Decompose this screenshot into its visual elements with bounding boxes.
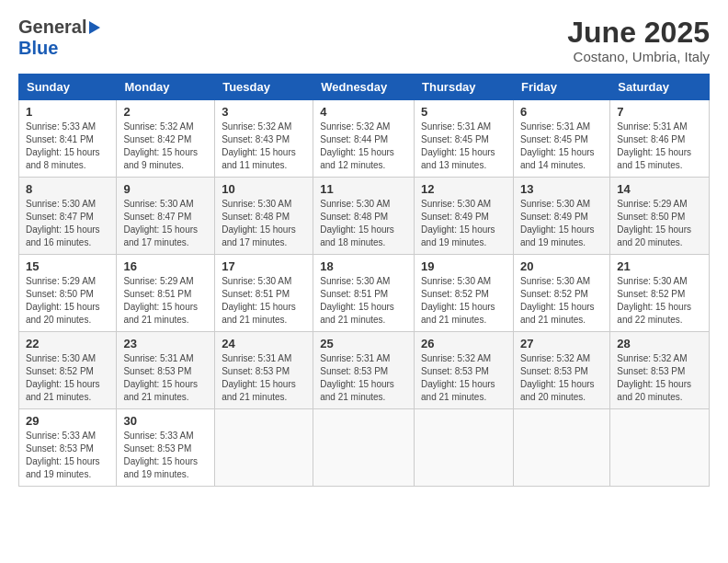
day-number: 2 (123, 105, 208, 119)
calendar-cell (313, 409, 415, 487)
calendar-cell: 2Sunrise: 5:32 AM Sunset: 8:42 PM Daylig… (117, 100, 215, 178)
day-number: 4 (320, 105, 407, 119)
day-info: Sunrise: 5:33 AM Sunset: 8:53 PM Dayligh… (123, 430, 208, 481)
logo-arrow-icon (89, 21, 100, 34)
day-info: Sunrise: 5:31 AM Sunset: 8:53 PM Dayligh… (123, 352, 208, 404)
calendar-cell: 24Sunrise: 5:31 AM Sunset: 8:53 PM Dayli… (215, 332, 313, 409)
calendar-cell: 17Sunrise: 5:30 AM Sunset: 8:51 PM Dayli… (215, 255, 313, 332)
day-info: Sunrise: 5:31 AM Sunset: 8:53 PM Dayligh… (320, 352, 407, 404)
day-info: Sunrise: 5:32 AM Sunset: 8:43 PM Dayligh… (222, 121, 306, 172)
calendar-cell: 25Sunrise: 5:31 AM Sunset: 8:53 PM Dayli… (313, 332, 415, 409)
calendar-table: SundayMondayTuesdayWednesdayThursdayFrid… (18, 74, 710, 487)
day-number: 5 (421, 105, 506, 119)
calendar-cell: 18Sunrise: 5:30 AM Sunset: 8:51 PM Dayli… (313, 255, 415, 332)
day-info: Sunrise: 5:32 AM Sunset: 8:53 PM Dayligh… (520, 352, 603, 404)
day-info: Sunrise: 5:30 AM Sunset: 8:49 PM Dayligh… (421, 198, 506, 249)
day-number: 14 (617, 182, 702, 196)
week-row-3: 15Sunrise: 5:29 AM Sunset: 8:50 PM Dayli… (19, 255, 710, 332)
day-info: Sunrise: 5:30 AM Sunset: 8:52 PM Dayligh… (617, 275, 702, 327)
day-info: Sunrise: 5:29 AM Sunset: 8:50 PM Dayligh… (617, 198, 702, 249)
calendar-cell (610, 409, 710, 487)
calendar-cell: 13Sunrise: 5:30 AM Sunset: 8:49 PM Dayli… (513, 178, 609, 255)
col-header-friday: Friday (513, 75, 609, 100)
calendar-cell: 28Sunrise: 5:32 AM Sunset: 8:53 PM Dayli… (610, 332, 710, 409)
week-row-4: 22Sunrise: 5:30 AM Sunset: 8:52 PM Dayli… (19, 332, 710, 409)
logo: General Blue (18, 17, 100, 59)
calendar-cell: 15Sunrise: 5:29 AM Sunset: 8:50 PM Dayli… (19, 255, 117, 332)
day-number: 10 (222, 182, 306, 196)
logo-general: General (18, 17, 86, 38)
day-info: Sunrise: 5:33 AM Sunset: 8:53 PM Dayligh… (26, 430, 109, 481)
col-header-saturday: Saturday (610, 75, 710, 100)
week-row-1: 1Sunrise: 5:33 AM Sunset: 8:41 PM Daylig… (19, 100, 710, 178)
calendar-cell: 1Sunrise: 5:33 AM Sunset: 8:41 PM Daylig… (19, 100, 117, 178)
calendar-cell: 23Sunrise: 5:31 AM Sunset: 8:53 PM Dayli… (117, 332, 215, 409)
calendar-cell: 30Sunrise: 5:33 AM Sunset: 8:53 PM Dayli… (117, 409, 215, 487)
calendar-cell: 3Sunrise: 5:32 AM Sunset: 8:43 PM Daylig… (215, 100, 313, 178)
calendar-cell: 20Sunrise: 5:30 AM Sunset: 8:52 PM Dayli… (513, 255, 609, 332)
day-number: 12 (421, 182, 506, 196)
day-number: 29 (26, 414, 109, 428)
day-info: Sunrise: 5:31 AM Sunset: 8:45 PM Dayligh… (421, 121, 506, 172)
day-info: Sunrise: 5:31 AM Sunset: 8:45 PM Dayligh… (520, 121, 603, 172)
col-header-monday: Monday (117, 75, 215, 100)
day-number: 9 (123, 182, 208, 196)
day-number: 18 (320, 259, 407, 273)
day-number: 25 (320, 337, 407, 350)
col-header-tuesday: Tuesday (215, 75, 313, 100)
day-info: Sunrise: 5:30 AM Sunset: 8:52 PM Dayligh… (520, 275, 603, 327)
day-number: 22 (26, 337, 109, 350)
day-info: Sunrise: 5:32 AM Sunset: 8:42 PM Dayligh… (123, 121, 208, 172)
day-number: 21 (617, 259, 702, 273)
calendar-subtitle: Costano, Umbria, Italy (567, 49, 710, 64)
day-info: Sunrise: 5:32 AM Sunset: 8:53 PM Dayligh… (421, 352, 506, 404)
calendar-cell: 9Sunrise: 5:30 AM Sunset: 8:47 PM Daylig… (117, 178, 215, 255)
col-header-thursday: Thursday (415, 75, 514, 100)
week-row-5: 29Sunrise: 5:33 AM Sunset: 8:53 PM Dayli… (19, 409, 710, 487)
day-info: Sunrise: 5:30 AM Sunset: 8:49 PM Dayligh… (520, 198, 603, 249)
day-info: Sunrise: 5:29 AM Sunset: 8:50 PM Dayligh… (26, 275, 109, 327)
calendar-cell: 27Sunrise: 5:32 AM Sunset: 8:53 PM Dayli… (513, 332, 609, 409)
calendar-cell: 7Sunrise: 5:31 AM Sunset: 8:46 PM Daylig… (610, 100, 710, 178)
day-number: 8 (26, 182, 109, 196)
header-row: SundayMondayTuesdayWednesdayThursdayFrid… (19, 75, 710, 100)
title-area: June 2025 Costano, Umbria, Italy (567, 17, 710, 64)
calendar-cell: 22Sunrise: 5:30 AM Sunset: 8:52 PM Dayli… (19, 332, 117, 409)
calendar-cell: 19Sunrise: 5:30 AM Sunset: 8:52 PM Dayli… (415, 255, 514, 332)
day-info: Sunrise: 5:31 AM Sunset: 8:46 PM Dayligh… (617, 121, 702, 172)
calendar-cell: 11Sunrise: 5:30 AM Sunset: 8:48 PM Dayli… (313, 178, 415, 255)
day-number: 27 (520, 337, 603, 350)
calendar-cell: 14Sunrise: 5:29 AM Sunset: 8:50 PM Dayli… (610, 178, 710, 255)
calendar-cell (513, 409, 609, 487)
logo-blue: Blue (18, 38, 100, 59)
day-info: Sunrise: 5:30 AM Sunset: 8:48 PM Dayligh… (320, 198, 407, 249)
day-info: Sunrise: 5:30 AM Sunset: 8:48 PM Dayligh… (222, 198, 306, 249)
calendar-cell: 4Sunrise: 5:32 AM Sunset: 8:44 PM Daylig… (313, 100, 415, 178)
day-info: Sunrise: 5:33 AM Sunset: 8:41 PM Dayligh… (26, 121, 109, 172)
day-number: 13 (520, 182, 603, 196)
logo-brand: General (18, 17, 100, 38)
calendar-page: General Blue June 2025 Costano, Umbria, … (0, 0, 728, 563)
col-header-wednesday: Wednesday (313, 75, 415, 100)
day-number: 6 (520, 105, 603, 119)
day-info: Sunrise: 5:30 AM Sunset: 8:52 PM Dayligh… (421, 275, 506, 327)
day-info: Sunrise: 5:30 AM Sunset: 8:51 PM Dayligh… (320, 275, 407, 327)
calendar-cell: 8Sunrise: 5:30 AM Sunset: 8:47 PM Daylig… (19, 178, 117, 255)
calendar-cell (215, 409, 313, 487)
calendar-title: June 2025 (567, 17, 710, 49)
day-info: Sunrise: 5:31 AM Sunset: 8:53 PM Dayligh… (222, 352, 306, 404)
day-number: 11 (320, 182, 407, 196)
day-number: 7 (617, 105, 702, 119)
calendar-cell: 29Sunrise: 5:33 AM Sunset: 8:53 PM Dayli… (19, 409, 117, 487)
day-number: 15 (26, 259, 109, 273)
day-number: 26 (421, 337, 506, 350)
day-number: 30 (123, 414, 208, 428)
day-number: 28 (617, 337, 702, 350)
day-number: 19 (421, 259, 506, 273)
day-info: Sunrise: 5:29 AM Sunset: 8:51 PM Dayligh… (123, 275, 208, 327)
day-number: 23 (123, 337, 208, 350)
col-header-sunday: Sunday (19, 75, 117, 100)
week-row-2: 8Sunrise: 5:30 AM Sunset: 8:47 PM Daylig… (19, 178, 710, 255)
day-number: 20 (520, 259, 603, 273)
calendar-cell (415, 409, 514, 487)
